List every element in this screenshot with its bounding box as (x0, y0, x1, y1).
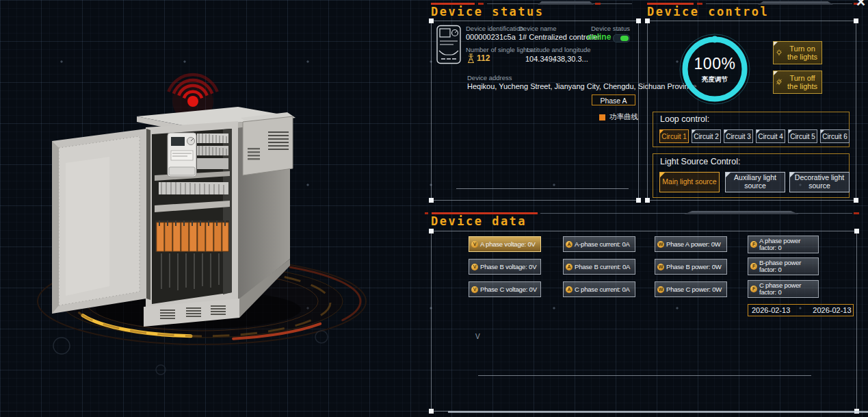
data-panel-title: Device data (431, 214, 527, 228)
status-toggle[interactable] (613, 34, 630, 42)
lat-long-value: 104.349438,30.3... (525, 55, 588, 63)
metric-b-phase-power[interactable]: W Phase B power: 0W (655, 259, 727, 275)
loop-control-group: Loop control: Circuit 1 Circuit 2 Circui… (653, 112, 850, 147)
current-icon: A (566, 241, 573, 248)
date-range-picker[interactable]: 2026-02-13 2026-02-13 (748, 304, 854, 316)
main-light-source-button[interactable]: Main light source (659, 172, 720, 192)
metric-label: A-phase current: 0A (575, 240, 630, 248)
handle[interactable] (429, 18, 434, 23)
metric-c-phase-current[interactable]: A C phase current: 0A (563, 281, 635, 297)
handle[interactable] (854, 18, 858, 23)
date-from[interactable]: 2026-02-13 (752, 306, 790, 314)
power-icon: W (657, 286, 664, 293)
power-curve-legend-swatch (599, 114, 605, 121)
current-icon: A (566, 264, 573, 270)
handle[interactable] (854, 229, 859, 233)
tower-icon (467, 53, 475, 63)
voltage-icon: V (471, 241, 478, 248)
circuit-3-button[interactable]: Circuit 3 (724, 129, 753, 143)
factor-icon: F (750, 263, 757, 270)
device-dashboard: ✕ Device status Device identification 00… (0, 0, 868, 417)
handle[interactable] (854, 198, 858, 203)
metric-b-phase-current[interactable]: A Phase B current: 0A (563, 259, 635, 275)
circuit-1-button[interactable]: Circuit 1 (659, 129, 689, 143)
metric-label: Phase B power: 0W (666, 263, 722, 270)
control-header-bulge (758, 1, 833, 5)
toggle-knob (620, 36, 629, 41)
device-status-value: online (587, 32, 611, 42)
device-identification-value: 000000231c5a (466, 33, 516, 41)
handle[interactable] (429, 229, 434, 233)
single-lights-value: 112 (467, 53, 490, 63)
metric-a-phase-power-factor[interactable]: F A phase power factor: 0 (748, 236, 819, 253)
metric-label: Phase A power: 0W (666, 240, 721, 248)
metric-label: C phase power factor: 0 (759, 282, 816, 296)
data-header-startdash (425, 212, 428, 214)
gauge-caption: 亮度调节 (678, 75, 752, 84)
lat-long-label: Latitude and longitude (527, 46, 591, 53)
power-curve-legend: 功率曲线 (599, 112, 638, 122)
metric-label: A phase voltage: 0V (480, 240, 536, 248)
voltage-icon: V (471, 286, 478, 293)
handle[interactable] (429, 409, 434, 414)
brightness-gauge[interactable]: 100% 亮度调节 (678, 32, 752, 106)
bulb-off-icon (776, 75, 782, 89)
handle[interactable] (636, 198, 641, 203)
junction-box (241, 112, 295, 175)
metric-label: A phase power factor: 0 (759, 238, 816, 251)
close-icon[interactable]: ✕ (856, 0, 866, 10)
metric-a-phase-voltage[interactable]: V A phase voltage: 0V (469, 236, 541, 252)
device-identification-label: Device identification (466, 25, 524, 32)
power-icon: W (657, 264, 664, 270)
data-chart-axis-line (478, 375, 811, 376)
metric-label: Phase C power: 0W (666, 286, 722, 293)
metric-c-phase-voltage[interactable]: V Phase C voltage: 0V (469, 281, 541, 297)
light-source-group: Light Source Control: Main light source … (653, 153, 850, 198)
metric-c-phase-power[interactable]: W Phase C power: 0W (655, 281, 727, 297)
bulb-on-icon (776, 46, 782, 60)
status-panel-title: Device status (431, 5, 544, 18)
meter-icon (436, 25, 462, 64)
metric-a-phase-current[interactable]: A A-phase current: 0A (563, 236, 635, 252)
bottom-frame-bar (448, 411, 868, 413)
handle[interactable] (429, 198, 434, 203)
date-to[interactable]: 2026-02-13 (813, 306, 851, 314)
handle[interactable] (636, 18, 641, 23)
device-status-label: Device status (591, 25, 630, 32)
control-panel-title: Device control (647, 5, 769, 18)
power-curve-legend-label: 功率曲线 (609, 112, 638, 122)
chart-axis-line (456, 188, 629, 189)
turn-off-lights-label: Turn off the lights (785, 74, 819, 90)
factor-icon: F (750, 241, 757, 248)
metric-b-phase-voltage[interactable]: V Phase B voltage: 0V (469, 259, 541, 275)
data-panel: V A phase voltage: 0V V Phase B voltage:… (431, 231, 857, 412)
metric-label: Phase C voltage: 0V (480, 286, 537, 293)
circuit-5-button[interactable]: Circuit 5 (788, 129, 817, 143)
light-source-label: Light Source Control: (660, 157, 740, 166)
circuit-6-button[interactable]: Circuit 6 (820, 129, 850, 143)
control-panel: 100% 亮度调节 Turn on the lights Turn off th… (647, 21, 856, 201)
metric-a-phase-power[interactable]: W Phase A power: 0W (655, 236, 727, 252)
circuit-2-button[interactable]: Circuit 2 (692, 129, 721, 143)
turn-on-lights-label: Turn on the lights (785, 45, 819, 61)
voltage-icon: V (471, 264, 478, 270)
handle[interactable] (645, 18, 650, 23)
metric-b-phase-power-factor[interactable]: F B-phase power factor: 0 (748, 257, 819, 275)
factor-icon: F (750, 286, 757, 292)
single-lights-label: Number of single lights (466, 46, 532, 53)
auxiliary-light-source-button[interactable]: Auxiliary light source (725, 172, 785, 192)
turn-on-lights-button[interactable]: Turn on the lights (773, 41, 822, 64)
circuit-4-button[interactable]: Circuit 4 (756, 129, 785, 143)
turn-off-lights-button[interactable]: Turn off the lights (773, 71, 822, 94)
meter-3d (168, 133, 196, 177)
phase-a-button[interactable]: Phase A (592, 94, 635, 105)
decorative-light-source-button[interactable]: Decorative light source (789, 172, 850, 192)
handle[interactable] (645, 198, 650, 203)
data-header-bulge (684, 211, 799, 214)
metric-c-phase-power-factor[interactable]: F C phase power factor: 0 (748, 280, 819, 298)
metric-label: B-phase power factor: 0 (759, 260, 816, 273)
power-icon: W (657, 241, 664, 248)
data-header-enddash (854, 212, 859, 214)
status-header-bulge (538, 1, 594, 5)
gauge-value: 100% (678, 55, 752, 73)
